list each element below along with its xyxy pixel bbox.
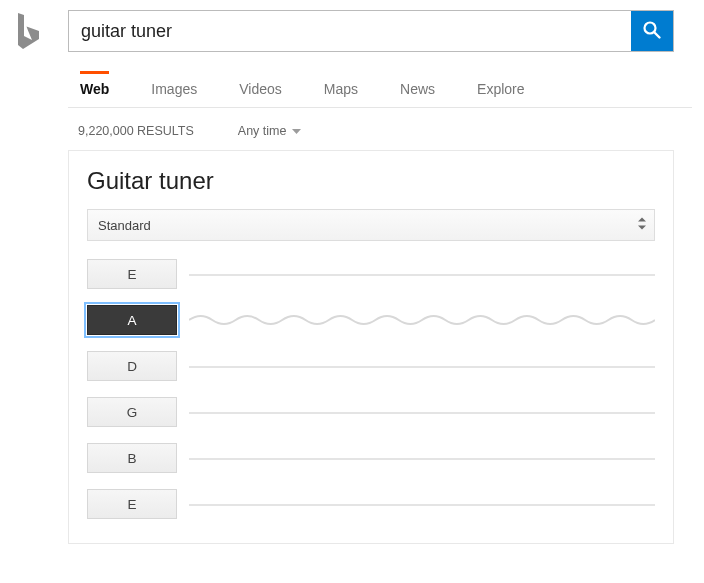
string-row: D — [87, 351, 655, 381]
string-waveform — [189, 402, 655, 422]
tab-videos[interactable]: Videos — [239, 81, 282, 107]
string-row: A — [87, 305, 655, 335]
string-waveform — [189, 494, 655, 514]
bing-logo-icon[interactable] — [12, 36, 42, 53]
time-filter-label: Any time — [238, 124, 287, 138]
tuning-select[interactable]: Standard — [87, 209, 655, 241]
string-button-d[interactable]: D — [87, 351, 177, 381]
search-icon — [642, 20, 662, 43]
string-waveform — [189, 448, 655, 468]
tuning-select-value: Standard — [98, 218, 151, 233]
string-button-g[interactable]: G — [87, 397, 177, 427]
tab-images[interactable]: Images — [151, 81, 197, 107]
string-button-e-high[interactable]: E — [87, 489, 177, 519]
results-meta: 9,220,000 RESULTS Any time — [78, 124, 692, 138]
tab-maps[interactable]: Maps — [324, 81, 358, 107]
string-button-a[interactable]: A — [87, 305, 177, 335]
string-list: E A D G — [87, 259, 655, 519]
string-row: E — [87, 259, 655, 289]
string-row: G — [87, 397, 655, 427]
nav-tabs: Web Images Videos Maps News Explore — [68, 74, 692, 108]
time-filter-dropdown[interactable]: Any time — [238, 124, 302, 138]
string-waveform-active — [189, 310, 655, 330]
search-button[interactable] — [631, 11, 673, 51]
string-waveform — [189, 356, 655, 376]
updown-chevron-icon — [638, 217, 646, 234]
tab-explore[interactable]: Explore — [477, 81, 524, 107]
chevron-down-icon — [292, 124, 301, 138]
search-input[interactable] — [69, 11, 631, 51]
results-count: 9,220,000 RESULTS — [78, 124, 194, 138]
string-row: B — [87, 443, 655, 473]
string-button-e-low[interactable]: E — [87, 259, 177, 289]
tab-web[interactable]: Web — [80, 81, 109, 107]
search-bar — [68, 10, 674, 52]
card-title: Guitar tuner — [87, 167, 655, 195]
string-button-b[interactable]: B — [87, 443, 177, 473]
svg-line-1 — [655, 32, 660, 37]
string-row: E — [87, 489, 655, 519]
tab-news[interactable]: News — [400, 81, 435, 107]
string-waveform — [189, 264, 655, 284]
guitar-tuner-card: Guitar tuner Standard E A — [68, 150, 674, 544]
